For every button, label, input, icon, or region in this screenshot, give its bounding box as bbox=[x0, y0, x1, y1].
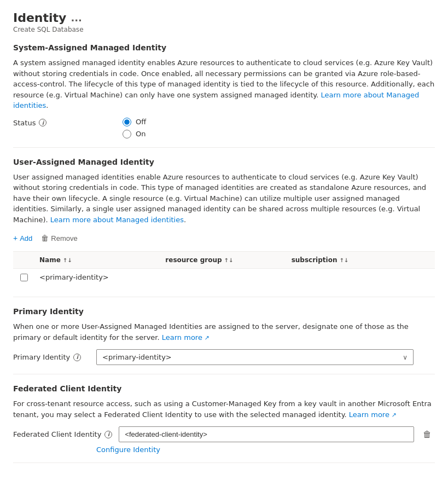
user-assigned-toolbar: + Add 🗑 Remove bbox=[13, 232, 435, 245]
divider-1 bbox=[13, 147, 435, 148]
status-off-radio[interactable] bbox=[123, 118, 131, 126]
add-icon: + bbox=[13, 234, 18, 242]
resource-group-sort-icon[interactable]: ↑↓ bbox=[224, 257, 234, 263]
system-assigned-title: System-Assigned Managed Identity bbox=[13, 43, 435, 52]
system-assigned-section: System-Assigned Managed Identity A syste… bbox=[13, 43, 435, 138]
status-on-label: On bbox=[136, 130, 146, 138]
divider-2 bbox=[13, 374, 435, 374]
primary-identity-learn-more-link[interactable]: Learn more bbox=[162, 333, 210, 342]
configure-identity-link-container: Configure Identity bbox=[96, 446, 435, 454]
status-radio-group: Off On bbox=[123, 118, 146, 138]
federated-client-input[interactable] bbox=[119, 426, 414, 442]
dropdown-arrow-icon: ∨ bbox=[403, 354, 408, 361]
user-assigned-learn-more-link[interactable]: Learn more about Managed identities bbox=[50, 216, 184, 224]
primary-identity-info-icon[interactable]: i bbox=[73, 354, 81, 361]
table-bottom-divider bbox=[13, 297, 435, 297]
user-assigned-title: User-Assigned Managed Identity bbox=[13, 158, 435, 166]
federated-client-learn-more-link[interactable]: Learn more bbox=[349, 410, 397, 419]
primary-identity-label: Primary Identity i bbox=[13, 353, 90, 361]
status-on-option[interactable]: On bbox=[123, 130, 146, 138]
title-text: Identity bbox=[13, 11, 66, 25]
subscription-sort-icon[interactable]: ↑↓ bbox=[339, 257, 348, 263]
primary-identity-title: Primary Identity bbox=[13, 307, 435, 316]
status-label: Status i bbox=[13, 118, 123, 127]
status-off-label: Off bbox=[136, 118, 146, 126]
federated-client-delete-icon[interactable]: 🗑 bbox=[421, 427, 434, 442]
add-button[interactable]: + Add bbox=[13, 232, 32, 245]
primary-identity-dropdown[interactable]: <primary-identity> ∨ bbox=[96, 349, 414, 365]
row-name-cell: <primary-identity> bbox=[35, 273, 161, 281]
table-header: Name ↑↓ resource group ↑↓ subscription ↑… bbox=[13, 252, 435, 269]
federated-client-info-icon[interactable]: i bbox=[104, 431, 112, 438]
federated-client-description: For cross-tenant resource access, such a… bbox=[13, 398, 435, 420]
status-on-radio[interactable] bbox=[123, 130, 131, 138]
ellipsis-menu[interactable]: ... bbox=[71, 12, 82, 24]
status-info-icon[interactable]: i bbox=[39, 119, 46, 126]
th-resource-group: resource group ↑↓ bbox=[161, 256, 287, 264]
remove-button[interactable]: 🗑 Remove bbox=[41, 232, 77, 245]
primary-identity-section: Primary Identity When one or more User-A… bbox=[13, 307, 435, 365]
status-row: Status i Off On bbox=[13, 118, 435, 138]
status-off-option[interactable]: Off bbox=[123, 118, 146, 126]
system-assigned-description: A system assigned managed identity enabl… bbox=[13, 57, 435, 111]
th-checkbox bbox=[13, 256, 35, 264]
th-actions bbox=[413, 256, 435, 264]
remove-icon: 🗑 bbox=[41, 234, 49, 242]
divider-3 bbox=[13, 462, 435, 463]
th-subscription: subscription ↑↓ bbox=[287, 256, 413, 264]
row-checkbox-cell bbox=[13, 274, 35, 281]
federated-client-title: Federated Client Identity bbox=[13, 384, 435, 393]
th-name: Name ↑↓ bbox=[35, 256, 161, 264]
table-row: <primary-identity> bbox=[13, 269, 435, 286]
page-subtitle: Create SQL Database bbox=[13, 26, 435, 33]
row-checkbox[interactable] bbox=[20, 274, 28, 281]
page-title: Identity ... bbox=[13, 11, 435, 25]
configure-identity-link[interactable]: Configure Identity bbox=[96, 446, 160, 454]
federated-client-field-row: Federated Client Identity i 🗑 bbox=[13, 426, 435, 442]
primary-identity-description: When one or more User-Assigned Managed I… bbox=[13, 321, 435, 343]
page-header: Identity ... Create SQL Database bbox=[13, 11, 435, 33]
user-assigned-section: User-Assigned Managed Identity User assi… bbox=[13, 158, 435, 298]
federated-client-section: Federated Client Identity For cross-tena… bbox=[13, 384, 435, 454]
primary-identity-field-row: Primary Identity i <primary-identity> ∨ bbox=[13, 349, 435, 365]
federated-client-label: Federated Client Identity i bbox=[13, 430, 112, 438]
user-assigned-description: User assigned managed identities enable … bbox=[13, 172, 435, 225]
user-assigned-table: Name ↑↓ resource group ↑↓ subscription ↑… bbox=[13, 252, 435, 286]
name-sort-icon[interactable]: ↑↓ bbox=[63, 257, 72, 263]
